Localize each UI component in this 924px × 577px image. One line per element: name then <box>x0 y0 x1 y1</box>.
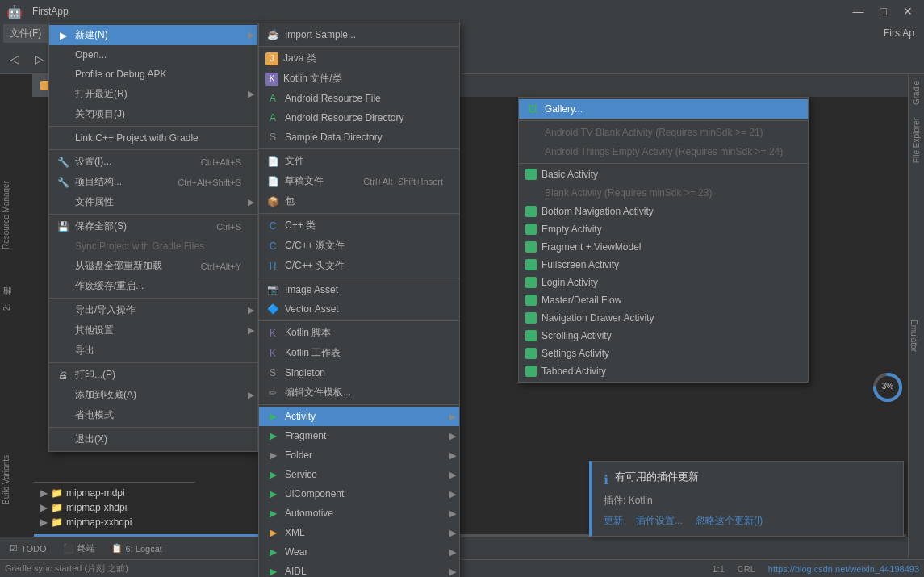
menu-new-sample-data[interactable]: S Sample Data Directory <box>259 128 459 147</box>
menu-activity-master-detail[interactable]: Master/Detail Flow <box>519 291 808 309</box>
menu-activity-dropdown: 🖼 Gallery... Android TV Blank Activity (… <box>518 97 809 383</box>
menu-file-exit[interactable]: 退出(X) <box>49 429 257 449</box>
menu-file-other-settings[interactable]: 其他设置 ▶ <box>49 320 257 341</box>
menu-uicomponent-arrow: ▶ <box>449 489 456 500</box>
menu-new-file[interactable]: 📄 文件 <box>259 151 459 171</box>
minimize-button[interactable]: — <box>848 3 869 19</box>
menu-activity-scrolling[interactable]: Scrolling Activity <box>519 327 808 345</box>
menu-file-power-save[interactable]: 省电模式 <box>49 405 257 425</box>
menu-open-label: Open... <box>75 49 241 61</box>
menu-cpp-class-icon: C <box>265 220 280 232</box>
sidebar-build-variants[interactable]: Build Variants <box>0 452 12 508</box>
menu-activity-tv-blank: Android TV Blank Activity (Requires minS… <box>519 123 808 142</box>
menu-java-icon: J <box>265 52 278 65</box>
menu-file-print[interactable]: 🖨 打印...(P) <box>49 365 257 385</box>
bottom-tab-logcat-label: 6: Logcat <box>126 544 162 554</box>
right-vtabs: Gradle File Explorer Emulator <box>908 74 924 558</box>
circular-progress: 3% <box>872 371 904 403</box>
menu-new-vector-asset[interactable]: 🔷 Vector Asset <box>259 299 459 319</box>
menu-file-invalidate-caches[interactable]: 作废缓存/重启... <box>49 276 257 296</box>
right-tab-gradle[interactable]: Gradle <box>910 74 922 111</box>
menu-new-singleton[interactable]: S Singleton <box>259 363 459 383</box>
menu-file-file-properties[interactable]: 文件属性 ▶ <box>49 192 257 212</box>
menu-activity-login[interactable]: Login Activity <box>519 274 808 291</box>
menu-export-label: 导出 <box>75 344 241 357</box>
menu-new-sep6 <box>259 404 459 405</box>
menu-new-wear[interactable]: ▶ Wear ▶ <box>259 542 459 562</box>
menu-file[interactable]: 文件(F) <box>3 24 48 43</box>
menu-file-reload[interactable]: 从磁盘全部重新加载 Ctrl+Alt+Y <box>49 256 257 276</box>
menu-activity-fragment-viewmodel[interactable]: Fragment + ViewModel <box>519 238 808 256</box>
menu-new-cpp-class[interactable]: C C++ 类 <box>259 215 459 236</box>
menu-file-recent[interactable]: 打开最近(R) ▶ <box>49 84 257 104</box>
menu-cpp-class-label: C++ 类 <box>285 219 443 232</box>
menu-firstap[interactable]: FirstAp <box>877 25 921 41</box>
menu-other-settings-label: 其他设置 <box>75 324 241 337</box>
menu-file-new[interactable]: ▶ 新建(N) ▶ <box>49 25 257 45</box>
menu-new-xml[interactable]: ▶ XML ▶ <box>259 523 459 542</box>
menu-file-close-project[interactable]: 关闭项目(J) <box>49 104 257 124</box>
right-tab-file-explorer[interactable]: File Explorer <box>910 111 922 169</box>
menu-nav-drawer-icon <box>525 312 537 324</box>
explorer-item-mipmap-xxhdpi[interactable]: ▶ 📁 mipmap-xxhdpi <box>34 515 195 529</box>
menu-activity-fullscreen[interactable]: Fullscreen Activity <box>519 256 808 274</box>
menu-file-add-to-favorites[interactable]: 添加到收藏(A) ▶ <box>49 385 257 405</box>
explorer-item-mipmap-xhdpi[interactable]: ▶ 📁 mipmap-xhdpi <box>34 500 195 515</box>
menu-new-uicomponent[interactable]: ▶ UiComponent ▶ <box>259 484 459 504</box>
right-emulator-label[interactable]: Emulator <box>908 316 924 355</box>
sidebar-resource-manager[interactable]: Resource Manager <box>0 178 12 253</box>
menu-activity-basic[interactable]: Basic Activity <box>519 165 808 183</box>
menu-new-import-sample[interactable]: ☕ Import Sample... <box>259 25 459 44</box>
menu-new-cpp-source[interactable]: C C/C++ 源文件 <box>259 236 459 256</box>
close-button[interactable]: ✕ <box>898 3 918 19</box>
menu-new-kotlin-script[interactable]: K Kotlin 脚本 <box>259 323 459 343</box>
menu-activity-gallery[interactable]: 🖼 Gallery... <box>519 99 808 119</box>
bottom-tab-todo[interactable]: ☑ TODO <box>3 539 53 558</box>
menu-new-activity[interactable]: ▶ Activity ▶ <box>259 407 459 426</box>
menu-file-export[interactable]: 导出 <box>49 341 257 361</box>
menu-scratch-label: 草稿文件 <box>285 174 347 188</box>
menu-activity-bottom-nav[interactable]: Bottom Navigation Activity <box>519 203 808 220</box>
menu-file-project-structure[interactable]: 🔧 项目结构... Ctrl+Alt+Shift+S <box>49 172 257 192</box>
menu-new-kotlin[interactable]: K Kotlin 文件/类 <box>259 69 459 89</box>
menu-new-kotlin-worksheet[interactable]: K Kotlin 工作表 <box>259 343 459 363</box>
menu-kotlin-worksheet-icon: K <box>265 347 280 360</box>
menu-scratch-shortcut: Ctrl+Alt+Shift+Insert <box>363 177 443 186</box>
menu-file-link-cpp[interactable]: Link C++ Project with Gradle <box>49 128 257 148</box>
bottom-tab-logcat[interactable]: 📋 6: Logcat <box>105 539 169 558</box>
maximize-button[interactable]: □ <box>876 3 892 19</box>
bottom-tab-terminal[interactable]: ⬛ 终端 <box>56 539 102 558</box>
logcat-icon: 📋 <box>111 543 123 554</box>
toolbar-forward[interactable]: ▷ <box>27 48 50 70</box>
menu-new-package[interactable]: 📦 包 <box>259 191 459 211</box>
menu-new-aidl[interactable]: ▶ AIDL ▶ <box>259 562 459 577</box>
menu-new-java[interactable]: J Java 类 <box>259 48 459 69</box>
menu-new-edit-templates[interactable]: ✏ 编辑文件模板... <box>259 383 459 403</box>
menu-file-export-import[interactable]: 导出/导入操作 ▶ <box>49 300 257 320</box>
menu-kotlin-label: Kotlin 文件/类 <box>283 72 443 86</box>
menu-new-image-asset[interactable]: 📷 Image Asset <box>259 280 459 299</box>
toolbar-back[interactable]: ◁ <box>3 48 26 70</box>
menu-new-automotive[interactable]: ▶ Automotive ▶ <box>259 504 459 523</box>
menu-new-fragment[interactable]: ▶ Fragment ▶ <box>259 426 459 445</box>
menu-file-settings[interactable]: 🔧 设置(I)... Ctrl+Alt+S <box>49 152 257 172</box>
plugin-notif-ignore[interactable]: 忽略这个更新(I) <box>696 514 763 528</box>
menu-new-android-resource-file[interactable]: A Android Resource File <box>259 89 459 108</box>
plugin-notif-title: 有可用的插件更新 <box>615 470 699 484</box>
menu-activity-settings[interactable]: Settings Activity <box>519 345 808 362</box>
menu-file-profile-apk[interactable]: Profile or Debug APK <box>49 65 257 84</box>
menu-activity-empty[interactable]: Empty Activity <box>519 220 808 238</box>
plugin-notif-settings[interactable]: 插件设置... <box>636 514 683 528</box>
menu-new-scratch[interactable]: 📄 草稿文件 Ctrl+Alt+Shift+Insert <box>259 171 459 191</box>
explorer-item-mipmap-mdpi[interactable]: ▶ 📁 mipmap-mdpi <box>34 486 195 500</box>
menu-file-save-all[interactable]: 💾 保存全部(S) Ctrl+S <box>49 216 257 236</box>
menu-file-open[interactable]: Open... <box>49 45 257 65</box>
menu-new-android-resource-dir[interactable]: A Android Resource Directory <box>259 108 459 128</box>
menu-activity-tabbed[interactable]: Tabbed Activity <box>519 362 808 380</box>
plugin-notif-update[interactable]: 更新 <box>604 514 623 528</box>
menu-new-folder[interactable]: ▶ Folder ▶ <box>259 445 459 465</box>
menu-new-cpp-header[interactable]: H C/C++ 头文件 <box>259 256 459 276</box>
menu-activity-nav-drawer[interactable]: Navigation Drawer Activity <box>519 309 808 327</box>
sidebar-structure[interactable]: 2: 结构 <box>0 299 15 314</box>
menu-new-service[interactable]: ▶ Service ▶ <box>259 465 459 484</box>
